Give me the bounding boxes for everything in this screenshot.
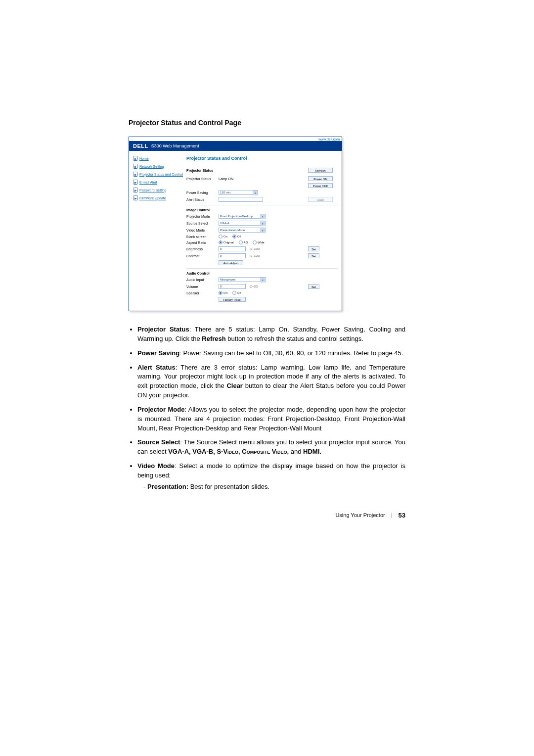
volume-range: (0~20) bbox=[250, 285, 259, 288]
contrast-range: (0~100) bbox=[250, 254, 260, 257]
product-name: S300 Web Management bbox=[151, 143, 199, 148]
chevron-right-icon: ▶ bbox=[133, 156, 138, 161]
chevron-down-icon: ▾ bbox=[260, 278, 265, 283]
chevron-down-icon: ▾ bbox=[253, 190, 258, 195]
speaker-off-radio[interactable]: Off bbox=[232, 291, 241, 295]
sidebar-item-home[interactable]: ▶Home bbox=[133, 156, 182, 161]
source-select-select[interactable]: VGA-A▾ bbox=[219, 221, 266, 226]
group-audio-control: Audio Control bbox=[186, 272, 338, 275]
blank-on-radio[interactable]: On bbox=[219, 235, 227, 238]
chevron-right-icon: ▶ bbox=[133, 188, 138, 192]
alert-status-field bbox=[219, 197, 263, 202]
main-panel: Projector Status and Control Projector S… bbox=[186, 156, 338, 304]
panel-title: Projector Status and Control bbox=[186, 156, 338, 161]
refresh-button[interactable]: Refresh bbox=[308, 168, 333, 173]
volume-label: Volume bbox=[186, 285, 219, 288]
sidebar-item-network[interactable]: ▶Network Setting bbox=[133, 164, 182, 169]
description-list: Projector Status: There are 5 status: La… bbox=[129, 325, 405, 492]
aspect-wide-radio[interactable]: Wide bbox=[253, 240, 265, 244]
page-number: 53 bbox=[399, 512, 405, 519]
sidebar-item-password[interactable]: ▶Password Setting bbox=[133, 188, 182, 192]
chevron-right-icon: ▶ bbox=[133, 180, 138, 185]
bullet-alert-status: Alert Status: There are 3 error status: … bbox=[137, 363, 405, 400]
sidebar-item-email[interactable]: ▶E-mail Alert bbox=[133, 180, 182, 185]
page-footer: Using Your Projector | 53 bbox=[129, 512, 405, 519]
contrast-input[interactable]: 0 bbox=[219, 253, 246, 258]
contrast-label: Contrast bbox=[186, 254, 219, 258]
footer-divider: | bbox=[391, 512, 393, 518]
bullet-projector-mode: Projector Mode: Allows you to select the… bbox=[137, 405, 405, 433]
chevron-right-icon: ▶ bbox=[133, 164, 138, 169]
speaker-label: Speaker bbox=[186, 291, 219, 295]
blank-screen-label: Blank screen bbox=[186, 235, 219, 238]
brightness-input[interactable]: 0 bbox=[219, 246, 246, 251]
auto-adjust-button[interactable]: Auto Adjust bbox=[219, 260, 243, 265]
factory-reset-button[interactable]: Factory Reset bbox=[219, 297, 246, 302]
bullet-source-select: Source Select: The Source Select menu al… bbox=[137, 438, 405, 457]
projector-status-value: Lamp ON bbox=[219, 177, 233, 181]
dell-url: www.dell.com bbox=[129, 137, 342, 141]
clear-button[interactable]: Clear bbox=[308, 197, 333, 202]
section-heading: Projector Status and Control Page bbox=[129, 119, 405, 127]
volume-input[interactable]: 0 bbox=[219, 284, 246, 289]
aspect-ratio-label: Aspect Ratio bbox=[186, 241, 219, 244]
speaker-on-radio[interactable]: On bbox=[219, 291, 227, 295]
audio-input-label: Audio Input bbox=[186, 278, 219, 282]
bullet-video-mode: Video Mode: Select a mode to optimize th… bbox=[137, 462, 405, 492]
projector-mode-select[interactable]: Front Projection-Desktop▾ bbox=[219, 214, 266, 219]
group-image-control: Image Control bbox=[186, 208, 338, 212]
projector-status-label: Projector Status bbox=[186, 177, 219, 181]
power-saving-select[interactable]: 120 min.▾ bbox=[219, 190, 258, 195]
brightness-range: (0~100) bbox=[250, 247, 260, 250]
sidebar-item-firmware[interactable]: ▶Firmware Update bbox=[133, 195, 182, 200]
brightness-label: Brightness bbox=[186, 247, 219, 251]
power-on-button[interactable]: Power ON bbox=[308, 176, 333, 181]
alert-status-label: Alert Status bbox=[186, 198, 219, 201]
chevron-right-icon: ▶ bbox=[133, 172, 138, 177]
sidebar-item-status[interactable]: ▶Projector Status and Control bbox=[133, 172, 182, 177]
video-mode-label: Video Mode bbox=[186, 229, 219, 232]
bullet-power-saving: Power Saving: Power Saving can be set to… bbox=[137, 349, 405, 358]
power-saving-label: Power Saving bbox=[186, 191, 219, 194]
banner: DELL S300 Web Management bbox=[129, 141, 342, 151]
footer-section: Using Your Projector bbox=[335, 512, 385, 518]
volume-set-button[interactable]: Set bbox=[308, 284, 319, 289]
contrast-set-button[interactable]: Set bbox=[308, 253, 319, 258]
video-mode-sub-presentation: - Presentation: Best for presentation sl… bbox=[137, 482, 405, 492]
aspect-original-radio[interactable]: Original bbox=[219, 240, 234, 244]
blank-off-radio[interactable]: Off bbox=[232, 235, 241, 238]
dell-logo: DELL bbox=[133, 143, 148, 149]
chevron-down-icon: ▾ bbox=[260, 221, 265, 226]
chevron-right-icon: ▶ bbox=[133, 195, 138, 200]
power-off-button[interactable]: Power OFF bbox=[308, 183, 333, 188]
chevron-down-icon: ▾ bbox=[260, 228, 265, 233]
brightness-set-button[interactable]: Set bbox=[308, 246, 319, 251]
projector-mode-label: Projector Mode bbox=[186, 215, 219, 218]
group-projector-status: Projector Status bbox=[186, 169, 219, 172]
audio-input-select[interactable]: Microphone▾ bbox=[219, 277, 266, 282]
source-select-label: Source Select bbox=[186, 222, 219, 225]
video-mode-select[interactable]: Presentation Mode▾ bbox=[219, 228, 266, 233]
sidebar: ▶Home ▶Network Setting ▶Projector Status… bbox=[133, 156, 186, 304]
chevron-down-icon: ▾ bbox=[260, 214, 265, 219]
bullet-projector-status: Projector Status: There are 5 status: La… bbox=[137, 325, 405, 344]
web-management-screenshot: www.dell.com DELL S300 Web Management ▶H… bbox=[129, 137, 342, 311]
aspect-43-radio[interactable]: 4:3 bbox=[239, 240, 248, 244]
